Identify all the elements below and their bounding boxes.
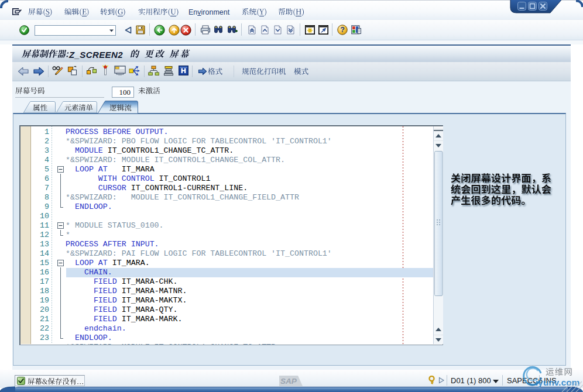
svg-text:?: ? (340, 26, 345, 34)
svg-text:SAP: SAP (280, 377, 297, 386)
